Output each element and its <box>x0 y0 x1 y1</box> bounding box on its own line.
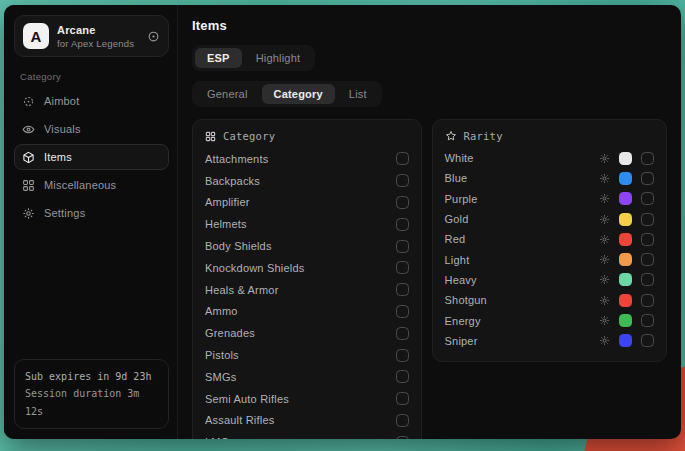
rarity-color-swatch[interactable] <box>619 294 632 307</box>
category-list: Attachments Backpacks Amplifier <box>205 148 409 439</box>
rarity-checkbox[interactable] <box>641 314 654 327</box>
rarity-label: Blue <box>445 172 599 184</box>
category-checkbox[interactable] <box>396 370 409 383</box>
mode-toggle-group: ESP Highlight <box>192 45 315 71</box>
gear-icon[interactable] <box>599 274 610 285</box>
grid-icon <box>22 179 35 192</box>
sidebar-item-items[interactable]: Items <box>14 144 169 170</box>
tab-general[interactable]: General <box>195 84 260 104</box>
rarity-color-swatch[interactable] <box>619 233 632 246</box>
rarity-color-swatch[interactable] <box>619 152 632 165</box>
rarity-color-swatch[interactable] <box>619 172 632 185</box>
rarity-label: Energy <box>445 315 599 327</box>
rarity-row: Blue <box>445 168 654 188</box>
rarity-row: Sniper <box>445 331 654 351</box>
category-row: Helmets <box>205 213 409 235</box>
sidebar-item-label: Items <box>44 151 72 163</box>
rarity-checkbox[interactable] <box>641 273 654 286</box>
rarity-color-swatch[interactable] <box>619 192 632 205</box>
rarity-checkbox[interactable] <box>641 253 654 266</box>
rarity-color-swatch[interactable] <box>619 213 632 226</box>
category-checkbox[interactable] <box>396 261 409 274</box>
sidebar-item-settings[interactable]: Settings <box>14 200 169 226</box>
category-checkbox[interactable] <box>396 152 409 165</box>
sidebar-nav: Aimbot Visuals Items <box>14 88 169 226</box>
tab-list[interactable]: List <box>337 84 379 104</box>
category-row: Amplifier <box>205 192 409 214</box>
rarity-checkbox[interactable] <box>641 334 654 347</box>
category-grid-icon <box>205 131 216 142</box>
rarity-checkbox[interactable] <box>641 213 654 226</box>
rarity-checkbox[interactable] <box>641 294 654 307</box>
app-subtitle: for Apex Legends <box>57 38 139 49</box>
rarity-row: Red <box>445 229 654 249</box>
category-row: Grenades <box>205 322 409 344</box>
mode-toggle-esp[interactable]: ESP <box>195 48 242 68</box>
category-checkbox[interactable] <box>396 436 409 439</box>
rarity-color-swatch[interactable] <box>619 314 632 327</box>
gear-icon[interactable] <box>599 315 610 326</box>
app-logo: A <box>23 23 49 49</box>
main-content: Items ESP Highlight General Category Lis… <box>178 5 681 439</box>
sub-expires-text: Sub expires in 9d 23h <box>25 368 158 386</box>
gear-icon[interactable] <box>599 295 610 306</box>
category-row: Body Shields <box>205 235 409 257</box>
rarity-row: Heavy <box>445 270 654 290</box>
category-checkbox[interactable] <box>396 327 409 340</box>
target-icon[interactable] <box>147 30 160 43</box>
mode-toggle-highlight[interactable]: Highlight <box>244 48 313 68</box>
gear-icon[interactable] <box>599 173 610 184</box>
rarity-row: White <box>445 148 654 168</box>
sidebar-item-miscellaneous[interactable]: Miscellaneous <box>14 172 169 198</box>
category-label: Ammo <box>205 305 388 317</box>
rarity-row: Gold <box>445 209 654 229</box>
gear-icon[interactable] <box>599 335 610 346</box>
category-label: Grenades <box>205 327 388 339</box>
category-label: SMGs <box>205 371 388 383</box>
category-checkbox[interactable] <box>396 305 409 318</box>
gear-icon[interactable] <box>599 193 610 204</box>
rarity-label: Heavy <box>445 274 599 286</box>
category-row: SMGs <box>205 366 409 388</box>
rarity-label: White <box>445 152 599 164</box>
category-label: Heals & Armor <box>205 284 388 296</box>
rarity-color-swatch[interactable] <box>619 334 632 347</box>
category-checkbox[interactable] <box>396 196 409 209</box>
rarity-list: White Blue <box>445 148 654 351</box>
rarity-color-swatch[interactable] <box>619 273 632 286</box>
tab-category[interactable]: Category <box>262 84 335 104</box>
sidebar-item-aimbot[interactable]: Aimbot <box>14 88 169 114</box>
rarity-panel-title: Rarity <box>464 130 503 142</box>
rarity-checkbox[interactable] <box>641 192 654 205</box>
rarity-checkbox[interactable] <box>641 233 654 246</box>
gear-icon[interactable] <box>599 214 610 225</box>
gear-icon <box>22 207 35 220</box>
rarity-label: Shotgun <box>445 294 599 306</box>
eye-icon <box>22 123 35 136</box>
rarity-checkbox[interactable] <box>641 172 654 185</box>
gear-icon[interactable] <box>599 234 610 245</box>
category-row: Ammo <box>205 301 409 323</box>
category-checkbox[interactable] <box>396 349 409 362</box>
rarity-color-swatch[interactable] <box>619 253 632 266</box>
sidebar-section-label: Category <box>20 71 163 82</box>
category-row: Pistols <box>205 344 409 366</box>
category-checkbox[interactable] <box>396 283 409 296</box>
category-panel-title: Category <box>223 130 275 142</box>
sidebar-item-visuals[interactable]: Visuals <box>14 116 169 142</box>
sidebar-item-label: Miscellaneous <box>44 179 116 191</box>
gear-icon[interactable] <box>599 254 610 265</box>
category-row: Attachments <box>205 148 409 170</box>
session-duration-text: Session duration 3m 12s <box>25 385 158 420</box>
category-checkbox[interactable] <box>396 414 409 427</box>
page-title: Items <box>192 18 667 33</box>
category-label: Body Shields <box>205 240 388 252</box>
gear-icon[interactable] <box>599 153 610 164</box>
category-checkbox[interactable] <box>396 392 409 405</box>
category-checkbox[interactable] <box>396 240 409 253</box>
category-label: Semi Auto Rifles <box>205 393 388 405</box>
rarity-row: Light <box>445 249 654 269</box>
rarity-checkbox[interactable] <box>641 152 654 165</box>
category-checkbox[interactable] <box>396 174 409 187</box>
category-checkbox[interactable] <box>396 218 409 231</box>
